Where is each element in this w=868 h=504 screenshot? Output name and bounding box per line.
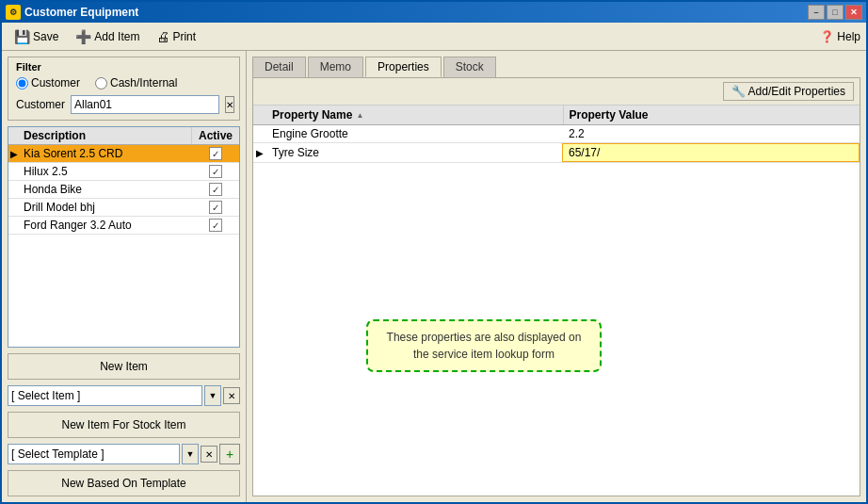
title-bar: ⚙ Customer Equipment – □ ✕ — [2, 2, 866, 23]
close-button[interactable]: ✕ — [845, 5, 862, 20]
tooltip-bubble: These properties are also displayed on t… — [366, 319, 602, 372]
prop-value[interactable]: 65/17/ — [562, 143, 860, 162]
window-title: Customer Equipment — [24, 6, 138, 19]
save-button[interactable]: 💾 Save — [8, 26, 65, 47]
customer-row: Customer ✕ — [16, 95, 232, 114]
add-item-button[interactable]: ➕ Add Item — [69, 26, 146, 47]
select-template-dropdown[interactable]: [ Select Template ] — [8, 444, 180, 464]
active-column-header: Active — [192, 127, 239, 144]
left-panel: Filter Customer Cash/Internal Customer ✕ — [2, 51, 247, 502]
select-template-clear-button[interactable]: ✕ — [201, 446, 217, 463]
active-checkbox[interactable]: ✓ — [209, 201, 222, 214]
cash-internal-radio[interactable]: Cash/Internal — [95, 76, 177, 89]
filter-legend: Filter — [16, 61, 232, 73]
select-item-dropdown[interactable]: [ Select Item ] — [8, 385, 202, 406]
prop-row-indicator: ▶ — [253, 148, 266, 158]
tab-content: 🔧 Add/Edit Properties Property Name ▲ Pr… — [252, 78, 860, 496]
table-row[interactable]: ▶ Kia Sorent 2.5 CRD ✓ — [8, 145, 239, 163]
print-button[interactable]: 🖨 Print — [150, 26, 202, 47]
help-icon: ❓ — [820, 30, 834, 43]
cash-internal-radio-input[interactable] — [95, 77, 107, 89]
row-active: ✓ — [192, 183, 239, 196]
tab-memo[interactable]: Memo — [308, 57, 363, 77]
table-row[interactable]: Ford Ranger 3.2 Auto ✓ — [8, 217, 239, 235]
customer-radio[interactable]: Customer — [16, 76, 80, 89]
row-description: Kia Sorent 2.5 CRD — [20, 145, 192, 162]
tabs: Detail Memo Properties Stock — [252, 57, 860, 78]
description-column-header: Description — [20, 127, 192, 144]
print-label: Print — [172, 30, 196, 43]
row-description: Honda Bike — [20, 181, 192, 198]
equipment-rows: ▶ Kia Sorent 2.5 CRD ✓ Hilux 2.5 ✓ Honda… — [8, 145, 239, 235]
right-panel: Detail Memo Properties Stock 🔧 — [247, 51, 866, 502]
add-item-label: Add Item — [94, 30, 139, 43]
customer-radio-input[interactable] — [16, 77, 28, 89]
save-icon: 💾 — [14, 29, 30, 44]
template-add-button[interactable]: + — [219, 444, 240, 464]
title-bar-buttons: – □ ✕ — [808, 5, 862, 20]
add-edit-properties-button[interactable]: 🔧 Add/Edit Properties — [723, 82, 854, 101]
help-label: Help — [837, 30, 860, 43]
app-icon: ⚙ — [6, 5, 21, 20]
properties-toolbar: 🔧 Add/Edit Properties — [253, 78, 860, 106]
property-rows: Engine Grootte 2.2 ▶ Tyre Size 65/17/ — [253, 125, 860, 163]
maximize-button[interactable]: □ — [827, 5, 844, 20]
select-item-row: [ Select Item ] ▼ ✕ — [8, 385, 240, 406]
property-row[interactable]: Engine Grootte 2.2 — [253, 125, 860, 143]
prop-name: Tyre Size — [266, 144, 562, 161]
select-item-clear-button[interactable]: ✕ — [223, 387, 240, 404]
row-description: Hilux 2.5 — [20, 163, 192, 180]
main-content: Filter Customer Cash/Internal Customer ✕ — [2, 51, 866, 502]
active-checkbox[interactable]: ✓ — [209, 165, 222, 178]
new-item-button[interactable]: New Item — [8, 353, 240, 380]
add-icon: ➕ — [75, 29, 91, 44]
table-row[interactable]: Hilux 2.5 ✓ — [8, 163, 239, 181]
select-item-arrow[interactable]: ▼ — [204, 385, 221, 406]
tab-stock[interactable]: Stock — [443, 57, 496, 77]
property-table-header: Property Name ▲ Property Value — [253, 106, 860, 125]
active-checkbox[interactable]: ✓ — [209, 219, 222, 232]
active-checkbox[interactable]: ✓ — [209, 147, 222, 160]
customer-field-label: Customer — [16, 98, 65, 111]
filter-group: Filter Customer Cash/Internal Customer ✕ — [8, 57, 240, 121]
customer-radio-label: Customer — [31, 76, 80, 89]
save-label: Save — [33, 30, 58, 43]
row-active: ✓ — [192, 165, 239, 178]
customer-input[interactable] — [71, 95, 219, 114]
tooltip-text: These properties are also displayed on t… — [387, 331, 582, 361]
tooltip-area: These properties are also displayed on t… — [253, 301, 860, 496]
new-based-on-template-button[interactable]: New Based On Template — [8, 470, 240, 496]
table-row[interactable]: Drill Model bhj ✓ — [8, 199, 239, 217]
cash-internal-radio-label: Cash/Internal — [110, 76, 177, 89]
row-description: Ford Ranger 3.2 Auto — [20, 217, 192, 234]
main-window: ⚙ Customer Equipment – □ ✕ 💾 Save ➕ Add … — [0, 0, 868, 504]
table-row[interactable]: Honda Bike ✓ — [8, 181, 239, 199]
title-bar-left: ⚙ Customer Equipment — [6, 5, 138, 20]
print-icon: 🖨 — [156, 29, 169, 44]
property-value-column-header: Property Value — [564, 106, 860, 124]
active-checkbox[interactable]: ✓ — [209, 183, 222, 196]
filter-radios: Customer Cash/Internal — [16, 76, 232, 89]
property-name-column-header: Property Name ▲ — [266, 106, 564, 124]
property-row[interactable]: ▶ Tyre Size 65/17/ — [253, 143, 860, 163]
row-indicator: ▶ — [8, 149, 20, 159]
prop-name: Engine Grootte — [266, 125, 563, 142]
sort-icon: ▲ — [356, 111, 363, 120]
prop-value: 2.2 — [563, 125, 860, 142]
row-active: ✓ — [192, 201, 239, 214]
row-active: ✓ — [192, 147, 239, 160]
wrench-icon: 🔧 — [731, 85, 746, 98]
equipment-table-header: Description Active — [8, 127, 239, 145]
tab-detail[interactable]: Detail — [252, 57, 306, 77]
tab-properties[interactable]: Properties — [365, 57, 442, 77]
help-button[interactable]: ❓ Help — [820, 30, 860, 43]
row-active: ✓ — [192, 219, 239, 232]
toolbar: 💾 Save ➕ Add Item 🖨 Print ❓ Help — [2, 23, 866, 51]
new-item-stock-button[interactable]: New Item For Stock Item — [8, 412, 240, 438]
toolbar-buttons: 💾 Save ➕ Add Item 🖨 Print — [8, 26, 202, 47]
property-table: Property Name ▲ Property Value Engine Gr… — [253, 106, 860, 301]
minimize-button[interactable]: – — [808, 5, 825, 20]
add-edit-label: Add/Edit Properties — [748, 85, 845, 98]
select-template-arrow[interactable]: ▼ — [182, 444, 199, 464]
customer-clear-button[interactable]: ✕ — [225, 96, 234, 113]
